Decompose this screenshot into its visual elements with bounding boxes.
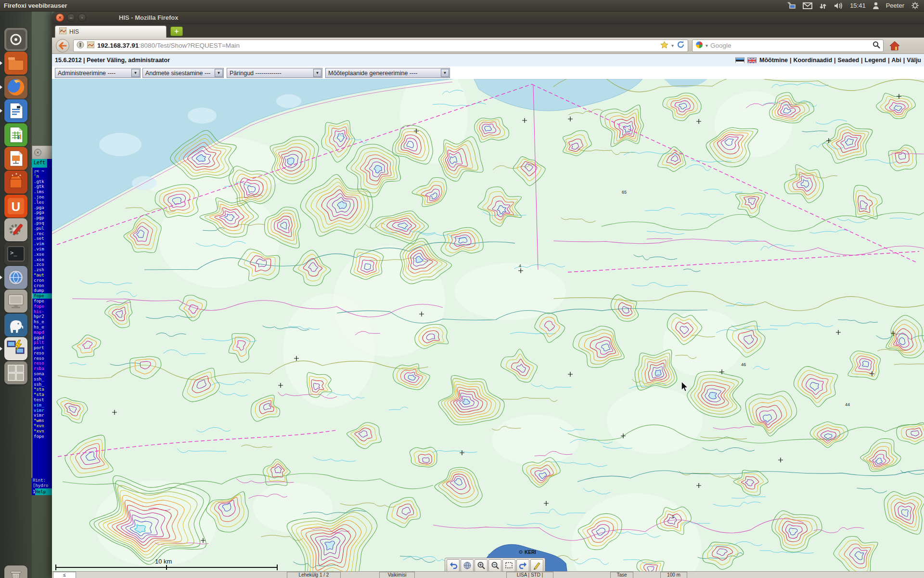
mc-file-row[interactable]: .xse — [32, 252, 54, 257]
map-canvas[interactable]: 65494446KERI10 km — [52, 79, 924, 578]
mc-file-row[interactable]: *sta — [32, 392, 54, 397]
launcher-terminal-icon[interactable]: >_ — [4, 242, 27, 265]
map-tool-undo-button[interactable] — [447, 559, 460, 572]
mc-file-row[interactable]: *aut — [32, 273, 54, 278]
launcher-x11-remote-icon[interactable] — [4, 337, 27, 360]
launcher-libreoffice-writer-icon[interactable] — [4, 99, 27, 122]
map-tool-zoom-in-button[interactable] — [475, 559, 488, 572]
dropdown-2[interactable]: Andmete sisestamine ---▼ — [142, 68, 224, 78]
mc-file-row[interactable]: reso — [32, 361, 54, 366]
mc-file-row[interactable]: .pul — [32, 226, 54, 231]
map-tool-pan-globe-button[interactable] — [461, 559, 474, 572]
menu-link-6[interactable]: Välju — [907, 57, 921, 64]
mc-file-row[interactable]: .joe — [32, 195, 54, 200]
back-button[interactable] — [56, 39, 69, 53]
bookmark-star-icon[interactable] — [660, 41, 668, 51]
launcher-firefox-icon[interactable] — [4, 76, 27, 99]
launcher-dash-home-icon[interactable] — [4, 28, 27, 51]
url-bar[interactable]: 192.168.37.91:8080/Test/Show?REQUEST=Mai… — [73, 39, 688, 52]
mc-file-row[interactable]: fope — [32, 304, 54, 309]
mc-file-row[interactable]: mapd — [32, 330, 54, 335]
mc-file-row[interactable]: .zsh — [32, 267, 54, 273]
mc-file-row[interactable]: reso — [32, 356, 54, 361]
mc-file-row[interactable]: *wms — [32, 418, 54, 423]
mc-file-row[interactable]: vimr — [32, 408, 54, 413]
session-gear-icon[interactable] — [911, 1, 919, 10]
window-maximize-button[interactable]: ▫ — [78, 13, 86, 22]
mc-file-row[interactable]: .gtk — [32, 179, 54, 184]
flag-uk-icon[interactable] — [747, 57, 757, 63]
mc-file-row[interactable]: ssh_ — [32, 377, 54, 382]
mc-file-row[interactable]: *sta — [32, 387, 54, 392]
mc-file-row[interactable]: .les — [32, 200, 54, 205]
mc-close-icon[interactable]: × — [34, 149, 41, 156]
network-transfer-icon[interactable] — [819, 2, 827, 10]
mc-file-row[interactable]: vim_ — [32, 403, 54, 408]
mc-file-row[interactable]: port — [32, 345, 54, 351]
mc-file-row[interactable]: pilt — [32, 340, 54, 345]
launcher-ubuntu-one-icon[interactable]: U — [4, 195, 27, 218]
map-tool-redo-button[interactable] — [516, 559, 529, 572]
mc-menubar[interactable]: Left — [32, 159, 54, 168]
site-identity-icon[interactable] — [77, 41, 84, 51]
menu-link-3[interactable]: Seaded — [838, 57, 859, 64]
mc-file-row[interactable]: .zco — [32, 262, 54, 267]
launcher-postgresql-icon[interactable] — [4, 314, 27, 337]
mc-file-row[interactable]: cron — [32, 278, 54, 283]
mc-file-row[interactable]: .psq — [32, 221, 54, 226]
mc-file-row[interactable]: *xvn — [32, 429, 54, 434]
map-area[interactable]: 65494446KERI10 km ≤Lehekülg 1 / 2Vaikimi… — [52, 79, 924, 578]
mc-file-row[interactable]: .rec — [32, 231, 54, 236]
launcher-displays-icon[interactable] — [4, 289, 27, 313]
session-user-name[interactable]: Peeter — [886, 2, 904, 9]
menu-link-5[interactable]: Abi — [891, 57, 901, 64]
search-magnifier-icon[interactable] — [873, 41, 880, 51]
search-bar[interactable]: ▾ Google — [692, 39, 884, 52]
mc-file-row[interactable]: .set — [32, 236, 54, 241]
mc-file-row[interactable]: .ims — [32, 189, 54, 195]
status-cell-1[interactable]: ≤ — [53, 572, 76, 578]
dropdown-3[interactable]: Päringud -------------▼ — [227, 68, 322, 78]
dropdown-arrow-icon[interactable]: ▼ — [313, 69, 321, 77]
mc-file-row[interactable]: hs_e — [32, 319, 54, 325]
dropdown-1[interactable]: Administreerimine ----▼ — [55, 68, 141, 78]
mc-file-row[interactable]: ssh_ — [32, 382, 54, 387]
mc-file-row[interactable]: .xse — [32, 257, 54, 263]
new-tab-button[interactable]: + — [170, 26, 183, 36]
mc-file-row[interactable]: reso — [32, 351, 54, 356]
firefox-titlebar[interactable]: × – ▫ HIS - Mozilla Firefox — [52, 12, 924, 24]
mc-f1-label[interactable]: Help — [35, 488, 54, 495]
map-tool-select-area-button[interactable] — [502, 559, 515, 572]
flag-estonia-icon[interactable] — [735, 57, 744, 63]
mc-file-row[interactable]: *xvn — [32, 423, 54, 429]
tab-his[interactable]: HIS — [55, 26, 167, 38]
mc-file-row[interactable]: .vim — [32, 247, 54, 252]
window-minimize-button[interactable]: – — [67, 13, 75, 22]
launcher-software-center-icon[interactable] — [4, 171, 27, 194]
mc-file-row[interactable]: fope — [32, 299, 54, 304]
menu-link-1[interactable]: Mõõtmine — [759, 57, 788, 64]
mc-file-row[interactable]: vimr — [32, 413, 54, 418]
mc-menu-left[interactable]: Left — [32, 159, 47, 168]
volume-icon[interactable] — [834, 2, 843, 10]
mc-file-row[interactable]: .pga — [32, 210, 54, 215]
mc-file-row[interactable]: fope — [32, 293, 54, 299]
mail-icon[interactable] — [803, 2, 812, 9]
search-placeholder[interactable]: Google — [710, 42, 870, 49]
dropdown-arrow-icon[interactable]: ▼ — [131, 69, 140, 77]
mc-file-row[interactable]: .gtk — [32, 184, 54, 189]
mc-titlebar[interactable]: × — [32, 145, 54, 159]
mc-file-row[interactable]: fope — [32, 434, 54, 439]
mc-file-row[interactable]: pgad — [32, 335, 54, 341]
dropdown-4[interactable]: Mõõteplaanide genereerimine ----▼ — [325, 68, 450, 78]
mc-file-row[interactable]: hpr2 — [32, 314, 54, 319]
launcher-libreoffice-calc-icon[interactable] — [4, 123, 27, 146]
mc-file-row[interactable]: .pgp — [32, 215, 54, 221]
url-text[interactable]: 192.168.37.91:8080/Test/Show?REQUEST=Mai… — [97, 42, 657, 49]
mc-file-row[interactable]: his- — [32, 309, 54, 315]
map-tool-measure-pen-button[interactable] — [530, 559, 543, 572]
launcher-system-settings-icon[interactable] — [4, 218, 27, 241]
clock[interactable]: 15:41 — [850, 2, 866, 9]
launcher-workspace-switcher-icon[interactable] — [4, 361, 27, 384]
mc-file-row[interactable]: sona — [32, 371, 54, 377]
